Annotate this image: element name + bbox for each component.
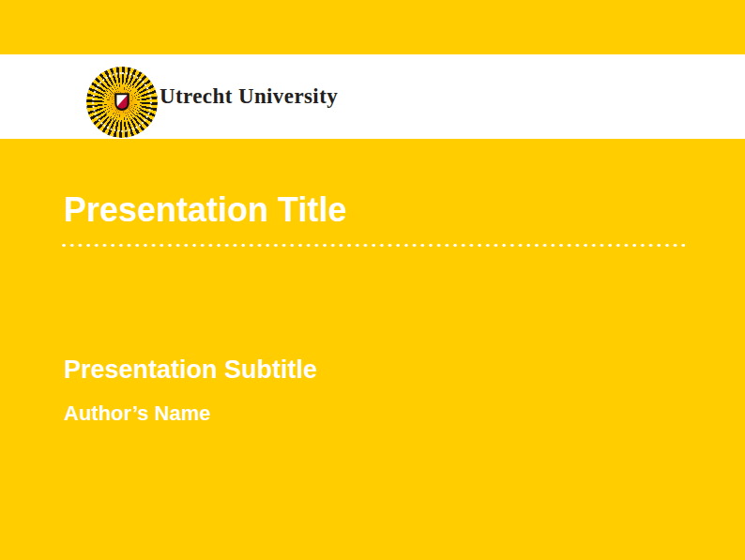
- utrecht-university-seal-icon: [86, 67, 158, 138]
- title-slide: Utrecht University Presentation Title Pr…: [0, 0, 745, 560]
- university-name: Utrecht University: [160, 54, 338, 139]
- presentation-subtitle: Presentation Subtitle: [64, 357, 317, 383]
- utrecht-shield-icon: [114, 93, 130, 112]
- dotted-divider: [62, 243, 685, 248]
- presentation-title: Presentation Title: [64, 193, 346, 227]
- header-band: Utrecht University: [0, 54, 745, 139]
- author-name: Author’s Name: [64, 403, 210, 424]
